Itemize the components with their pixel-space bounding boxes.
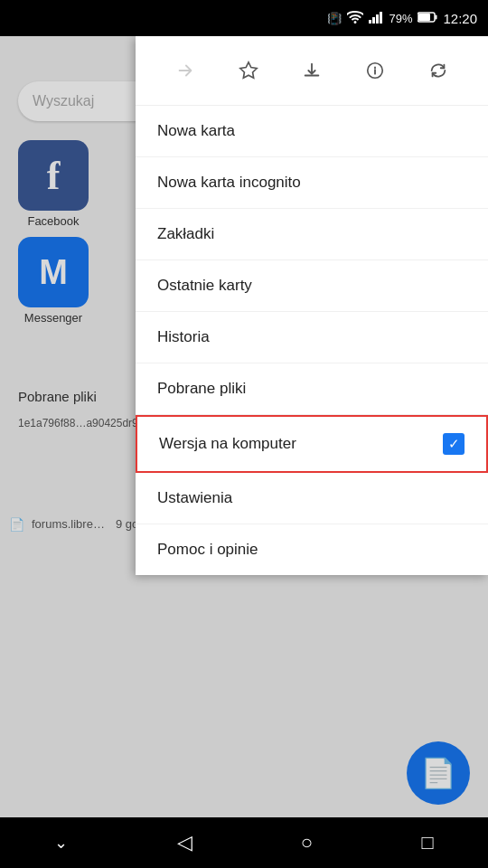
svg-rect-5 [418, 14, 430, 21]
nav-home-icon[interactable]: ○ [301, 831, 313, 854]
forward-button[interactable] [165, 51, 205, 90]
bottom-nav: ⌄ ◁ ○ □ [0, 817, 488, 868]
nav-dropdown-icon[interactable]: ⌄ [54, 833, 68, 853]
menu-item-desktop-version[interactable]: Wersja na komputer ✓ [136, 415, 488, 473]
svg-rect-3 [380, 12, 382, 24]
battery-icon [418, 12, 437, 25]
wifi-icon [347, 11, 363, 26]
status-icons: 📳 79% 12:20 [327, 11, 477, 26]
menu-toolbar [136, 36, 488, 106]
battery-text: 79% [389, 12, 412, 25]
menu-item-settings[interactable]: Ustawienia [136, 473, 488, 524]
checkmark-icon: ✓ [448, 436, 460, 452]
svg-rect-2 [376, 14, 379, 24]
vibrate-icon: 📳 [327, 12, 342, 25]
nav-back-icon[interactable]: ◁ [177, 831, 192, 854]
menu-item-bookmarks-label: Zakładki [157, 225, 214, 243]
nav-recents-icon[interactable]: □ [422, 831, 434, 854]
bookmark-button[interactable] [229, 51, 268, 90]
svg-rect-1 [372, 17, 375, 24]
menu-item-downloads-label: Pobrane pliki [157, 380, 246, 398]
menu-item-new-tab[interactable]: Nowa karta [136, 106, 488, 157]
menu-item-downloads[interactable]: Pobrane pliki [136, 363, 488, 415]
desktop-version-checkbox[interactable]: ✓ [443, 433, 465, 455]
menu-item-bookmarks[interactable]: Zakładki [136, 209, 488, 260]
menu-item-history-label: Historia [157, 328, 210, 346]
menu-item-recent-tabs[interactable]: Ostatnie karty [136, 260, 488, 312]
menu-item-incognito-label: Nowa karta incognito [157, 174, 301, 192]
menu-item-new-tab-label: Nowa karta [157, 122, 235, 140]
svg-rect-6 [436, 14, 437, 19]
download-button[interactable] [292, 51, 332, 90]
dropdown-menu: Nowa karta Nowa karta incognito Zakładki… [136, 36, 488, 575]
menu-item-recent-tabs-label: Ostatnie karty [157, 277, 252, 295]
menu-item-settings-label: Ustawienia [157, 489, 232, 507]
status-bar: 📳 79% 12:20 [0, 0, 488, 36]
menu-item-help-label: Pomoc i opinie [157, 541, 258, 559]
menu-item-help[interactable]: Pomoc i opinie [136, 524, 488, 575]
time: 12:20 [443, 11, 477, 26]
menu-item-desktop-version-label: Wersja na komputer [159, 435, 296, 453]
menu-item-history[interactable]: Historia [136, 312, 488, 363]
svg-rect-0 [369, 20, 371, 24]
info-button[interactable] [355, 51, 395, 90]
refresh-button[interactable] [418, 51, 458, 90]
menu-item-incognito[interactable]: Nowa karta incognito [136, 157, 488, 209]
signal-icon [369, 11, 383, 26]
